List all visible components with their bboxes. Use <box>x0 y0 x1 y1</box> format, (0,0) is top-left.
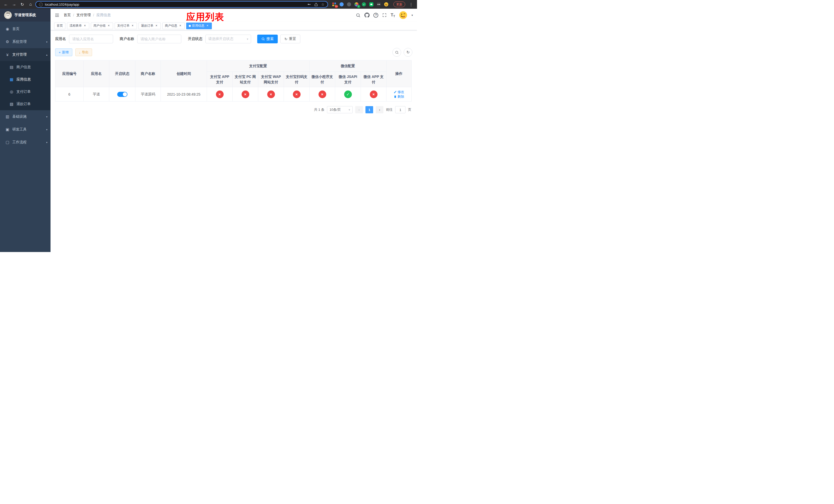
github-icon[interactable] <box>365 13 370 18</box>
chevron-down-icon: ▾ <box>46 41 47 43</box>
browser-reload-icon[interactable]: ↻ <box>19 2 26 7</box>
sidebar-item-home[interactable]: ◉ 首页 <box>0 23 50 36</box>
status-label: 开启状态 <box>188 37 202 41</box>
sidebar-item-refund-order[interactable]: ▧ 退款订单 <box>0 98 50 110</box>
reset-button[interactable]: ↻ 重置 <box>280 35 300 43</box>
tab-process-form[interactable]: 流程表单 × <box>67 23 89 29</box>
tabs-bar: 首页 流程表单 × 用户分组 × 支付订单 × 退款订单 × <box>50 22 417 30</box>
page-size-select[interactable]: 10条/页 ▾ <box>327 106 353 113</box>
card-icon: ▤ <box>9 65 14 69</box>
fullscreen-icon[interactable] <box>382 13 387 18</box>
workflow-icon: ▢ <box>5 140 10 144</box>
prev-page-button[interactable]: ‹ <box>355 106 363 113</box>
tab-close-icon[interactable]: × <box>206 24 209 28</box>
site-info-icon[interactable]: i <box>39 3 43 6</box>
cell-app-id: 6 <box>56 87 84 101</box>
help-icon[interactable]: ? <box>373 13 378 18</box>
page-number-1[interactable]: 1 <box>366 106 373 113</box>
sidebar-item-merchant-info[interactable]: ▤ 商户信息 <box>0 61 50 73</box>
grid-icon: ▦ <box>9 77 14 82</box>
add-button[interactable]: + 新增 <box>55 48 72 56</box>
chevron-up-icon: ▴ <box>46 53 47 56</box>
tab-close-icon[interactable]: × <box>107 24 111 28</box>
chevron-down-icon: ▾ <box>349 108 350 112</box>
tab-close-icon[interactable]: × <box>131 24 134 28</box>
sidebar-item-devtools[interactable]: ▣ 研发工具 ▾ <box>0 123 50 136</box>
cell-app-name: 芋道 <box>84 87 109 101</box>
goto-page-input[interactable] <box>395 106 405 113</box>
extension-wechat-icon[interactable] <box>369 2 374 7</box>
chevron-down-icon[interactable]: ▾ <box>411 14 413 17</box>
alipay-wap-status-icon: × <box>267 91 275 98</box>
toggle-search-button[interactable] <box>392 48 401 56</box>
sidebar-item-payment[interactable]: ¥ 支付管理 ▴ <box>0 48 50 61</box>
col-group-alipay: 支付宝配置 <box>207 61 310 72</box>
search-form: 应用名 商户名称 开启状态 请选择开启状态 ▾ 搜索 ↻ 重 <box>55 35 412 43</box>
share-icon[interactable] <box>314 3 318 6</box>
sidebar-item-infra[interactable]: ▥ 基础设施 ▾ <box>0 110 50 123</box>
merchant-name-input[interactable] <box>137 35 181 43</box>
download-icon: ↓ <box>79 50 81 54</box>
tab-merchant-info[interactable]: 商户信息 × <box>162 23 185 29</box>
export-button[interactable]: ↓ 导出 <box>75 48 92 56</box>
browser-update-button[interactable]: 更新 <box>393 2 405 7</box>
edit-link[interactable]: 修改 <box>394 90 404 94</box>
extension-pin-icon[interactable] <box>339 2 344 7</box>
breadcrumb-home[interactable]: 首页 <box>64 13 71 18</box>
wechat-app-status-icon: × <box>370 91 377 98</box>
extension-badge: 1 <box>357 5 360 8</box>
breadcrumb-payment[interactable]: 支付管理 <box>76 13 91 18</box>
browser-menu-icon[interactable]: ⋮ <box>408 2 414 7</box>
browser-back-icon[interactable]: ← <box>3 2 9 7</box>
tab-close-icon[interactable]: × <box>178 24 182 28</box>
browser-forward-icon[interactable]: → <box>11 2 18 7</box>
delete-link[interactable]: 删除 <box>394 94 404 99</box>
extension-grid-icon[interactable]: 10 <box>332 2 337 7</box>
sidebar-item-pay-order[interactable]: ◎ 支付订单 <box>0 86 50 98</box>
next-page-button[interactable]: › <box>376 106 383 113</box>
extensions-row: 10 1 ✓ <box>332 2 389 7</box>
search-icon[interactable] <box>356 13 360 18</box>
sidebar-collapse-icon[interactable] <box>54 13 60 18</box>
extension-emoji-icon[interactable] <box>384 2 389 7</box>
tab-close-icon[interactable]: × <box>83 24 87 28</box>
tab-close-icon[interactable]: × <box>155 24 158 28</box>
col-alipay-app: 支付宝 APP 支付 <box>207 72 233 87</box>
tab-user-group[interactable]: 用户分组 × <box>91 23 113 29</box>
extension-tampermonkey-icon[interactable] <box>376 2 381 7</box>
sidebar-item-system[interactable]: ⚙ 系统管理 ▾ <box>0 36 50 48</box>
password-key-icon[interactable] <box>307 2 311 6</box>
tab-app-info[interactable]: 应用信息 × <box>186 23 212 29</box>
extension-profile-icon[interactable]: 1 <box>354 2 359 7</box>
font-size-icon[interactable]: TT <box>391 13 395 18</box>
address-bar[interactable]: i localhost:1024/pay/app ☆ <box>36 1 328 8</box>
enabled-toggle[interactable] <box>117 92 128 97</box>
bookmark-star-icon[interactable]: ☆ <box>321 2 324 6</box>
col-merchant: 商户名称 <box>135 61 161 87</box>
status-select[interactable]: 请选择开启状态 ▾ <box>205 35 251 43</box>
plus-icon: + <box>59 50 61 54</box>
wechat-mini-status-icon: × <box>319 91 326 98</box>
refresh-icon: ↻ <box>407 50 410 54</box>
wechat-jsapi-status-icon: ✓ <box>344 91 352 98</box>
sidebar-item-app-info[interactable]: ▦ 应用信息 <box>0 73 50 86</box>
tab-home[interactable]: 首页 <box>54 23 65 29</box>
tab-pay-order[interactable]: 支付订单 × <box>115 23 137 29</box>
tab-refund-order[interactable]: 退款订单 × <box>138 23 161 29</box>
col-wechat-mini: 微信小程序支付 <box>310 72 335 87</box>
yen-icon: ¥ <box>5 52 10 57</box>
sidebar-item-workflow[interactable]: ▢ 工作流程 ▾ <box>0 136 50 149</box>
cell-status <box>109 87 135 101</box>
search-button[interactable]: 搜索 <box>257 35 278 43</box>
chevron-down-icon: ▾ <box>46 115 47 118</box>
col-app-name: 应用名 <box>84 61 109 87</box>
col-alipay-qr: 支付宝扫码支付 <box>284 72 310 87</box>
refresh-table-button[interactable]: ↻ <box>404 48 412 56</box>
cell-merchant: 芋道源码 <box>135 87 161 101</box>
app-name-input[interactable] <box>69 35 113 43</box>
user-avatar[interactable] <box>399 11 408 20</box>
extension-dark-icon[interactable] <box>347 2 352 7</box>
browser-home-icon[interactable]: ⌂ <box>27 2 34 7</box>
chevron-down-icon: ▾ <box>46 141 47 144</box>
extension-check-icon[interactable]: ✓ <box>361 2 367 7</box>
